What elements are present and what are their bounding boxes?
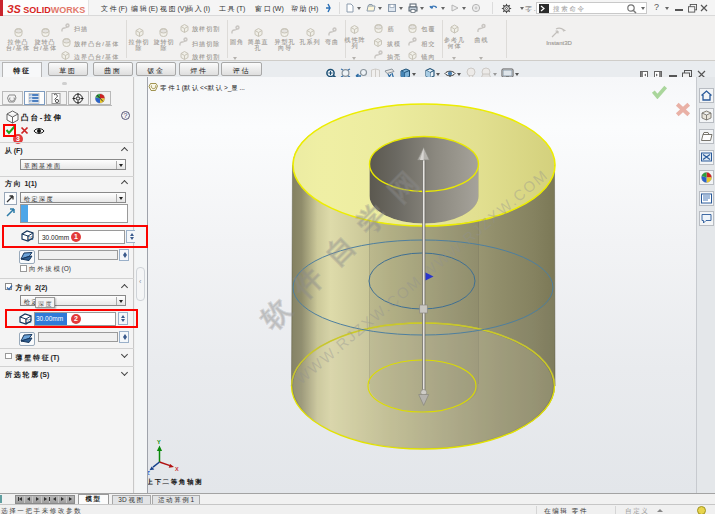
svg-text:Y: Y [157,439,161,445]
svg-text:X: X [175,466,179,472]
svg-text:Z: Z [148,470,151,476]
